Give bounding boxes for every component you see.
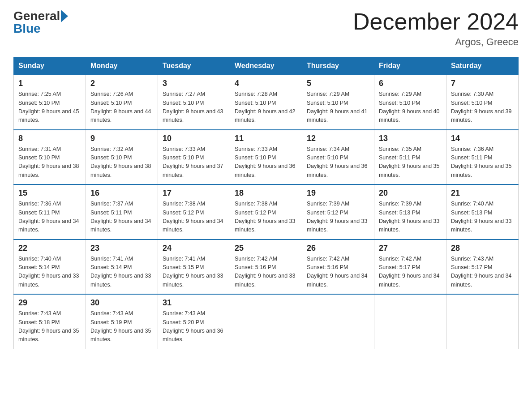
day-number: 5 [307,79,369,88]
day-info: Sunrise: 7:41 AMSunset: 5:15 PMDaylight:… [163,255,225,290]
day-number: 15 [18,188,81,198]
calendar-week-row: 15 Sunrise: 7:36 AMSunset: 5:11 PMDaylig… [14,184,519,240]
calendar-cell: 18 Sunrise: 7:38 AMSunset: 5:12 PMDaylig… [230,184,302,240]
day-number: 18 [235,188,297,198]
calendar-week-row: 8 Sunrise: 7:31 AMSunset: 5:10 PMDayligh… [14,130,519,185]
day-info: Sunrise: 7:43 AMSunset: 5:18 PMDaylight:… [18,309,81,344]
day-number: 19 [307,188,369,198]
day-info: Sunrise: 7:37 AMSunset: 5:11 PMDaylight:… [90,200,153,235]
calendar-cell: 1 Sunrise: 7:25 AMSunset: 5:10 PMDayligh… [14,75,86,130]
calendar-cell: 16 Sunrise: 7:37 AMSunset: 5:11 PMDaylig… [86,184,158,240]
day-number: 17 [163,188,225,198]
calendar-cell: 27 Sunrise: 7:42 AMSunset: 5:17 PMDaylig… [374,240,446,295]
day-number: 11 [235,134,297,143]
day-info: Sunrise: 7:43 AMSunset: 5:20 PMDaylight:… [163,309,225,344]
calendar-cell: 26 Sunrise: 7:42 AMSunset: 5:16 PMDaylig… [302,240,374,295]
calendar-week-row: 1 Sunrise: 7:25 AMSunset: 5:10 PMDayligh… [14,75,519,130]
logo: General Blue [13,9,68,36]
calendar-cell: 28 Sunrise: 7:43 AMSunset: 5:17 PMDaylig… [446,240,519,295]
day-info: Sunrise: 7:33 AMSunset: 5:10 PMDaylight:… [235,145,297,180]
day-number: 1 [18,79,81,88]
day-number: 4 [235,79,297,88]
calendar-cell [302,294,374,349]
day-info: Sunrise: 7:39 AMSunset: 5:13 PMDaylight:… [379,200,442,235]
day-number: 16 [90,188,153,198]
day-info: Sunrise: 7:36 AMSunset: 5:11 PMDaylight:… [451,145,514,180]
day-number: 28 [451,244,514,253]
calendar-cell: 25 Sunrise: 7:42 AMSunset: 5:16 PMDaylig… [230,240,302,295]
day-info: Sunrise: 7:40 AMSunset: 5:14 PMDaylight:… [18,255,81,290]
day-number: 22 [18,244,81,253]
day-info: Sunrise: 7:28 AMSunset: 5:10 PMDaylight:… [235,90,297,125]
day-number: 6 [379,79,442,88]
day-number: 23 [90,244,153,253]
weekday-header-wednesday: Wednesday [230,57,302,75]
calendar-cell: 14 Sunrise: 7:36 AMSunset: 5:11 PMDaylig… [446,130,519,185]
day-info: Sunrise: 7:27 AMSunset: 5:10 PMDaylight:… [163,90,225,125]
calendar-cell: 3 Sunrise: 7:27 AMSunset: 5:10 PMDayligh… [158,75,230,130]
title-area: December 2024 Argos, Greece [353,9,519,48]
calendar-cell: 2 Sunrise: 7:26 AMSunset: 5:10 PMDayligh… [86,75,158,130]
day-number: 7 [451,79,514,88]
weekday-header-tuesday: Tuesday [158,57,230,75]
location-title: Argos, Greece [353,36,519,48]
day-number: 31 [163,298,225,308]
calendar-cell: 20 Sunrise: 7:39 AMSunset: 5:13 PMDaylig… [374,184,446,240]
calendar-cell: 24 Sunrise: 7:41 AMSunset: 5:15 PMDaylig… [158,240,230,295]
calendar-cell: 8 Sunrise: 7:31 AMSunset: 5:10 PMDayligh… [14,130,86,185]
day-number: 27 [379,244,442,253]
calendar-cell [230,294,302,349]
day-info: Sunrise: 7:25 AMSunset: 5:10 PMDaylight:… [18,90,81,125]
day-number: 10 [163,134,225,143]
calendar-cell: 31 Sunrise: 7:43 AMSunset: 5:20 PMDaylig… [158,294,230,349]
calendar-cell: 4 Sunrise: 7:28 AMSunset: 5:10 PMDayligh… [230,75,302,130]
calendar-week-row: 22 Sunrise: 7:40 AMSunset: 5:14 PMDaylig… [14,240,519,295]
day-number: 3 [163,79,225,88]
calendar-cell: 5 Sunrise: 7:29 AMSunset: 5:10 PMDayligh… [302,75,374,130]
calendar-cell: 12 Sunrise: 7:34 AMSunset: 5:10 PMDaylig… [302,130,374,185]
day-info: Sunrise: 7:41 AMSunset: 5:14 PMDaylight:… [90,255,153,290]
day-info: Sunrise: 7:35 AMSunset: 5:11 PMDaylight:… [379,145,442,180]
header: General Blue December 2024 Argos, Greece [13,9,519,48]
calendar-cell: 19 Sunrise: 7:39 AMSunset: 5:12 PMDaylig… [302,184,374,240]
day-number: 26 [307,244,369,253]
day-info: Sunrise: 7:43 AMSunset: 5:17 PMDaylight:… [451,255,514,290]
calendar-cell: 6 Sunrise: 7:29 AMSunset: 5:10 PMDayligh… [374,75,446,130]
day-info: Sunrise: 7:31 AMSunset: 5:10 PMDaylight:… [18,145,81,180]
calendar-table: SundayMondayTuesdayWednesdayThursdayFrid… [13,57,519,349]
calendar-cell: 15 Sunrise: 7:36 AMSunset: 5:11 PMDaylig… [14,184,86,240]
day-number: 24 [163,244,225,253]
weekday-header-saturday: Saturday [446,57,519,75]
weekday-header-sunday: Sunday [14,57,86,75]
calendar-cell: 21 Sunrise: 7:40 AMSunset: 5:13 PMDaylig… [446,184,519,240]
day-info: Sunrise: 7:30 AMSunset: 5:10 PMDaylight:… [451,90,514,125]
calendar-cell: 22 Sunrise: 7:40 AMSunset: 5:14 PMDaylig… [14,240,86,295]
day-number: 9 [90,134,153,143]
day-number: 20 [379,188,442,198]
calendar-week-row: 29 Sunrise: 7:43 AMSunset: 5:18 PMDaylig… [14,294,519,349]
weekday-header-monday: Monday [86,57,158,75]
calendar-cell [446,294,519,349]
day-number: 25 [235,244,297,253]
logo-text-blue: Blue [13,21,68,36]
weekday-header-friday: Friday [374,57,446,75]
day-number: 21 [451,188,514,198]
day-info: Sunrise: 7:38 AMSunset: 5:12 PMDaylight:… [163,200,225,235]
day-info: Sunrise: 7:36 AMSunset: 5:11 PMDaylight:… [18,200,81,235]
month-title: December 2024 [353,9,519,34]
calendar-cell: 11 Sunrise: 7:33 AMSunset: 5:10 PMDaylig… [230,130,302,185]
weekday-header-thursday: Thursday [302,57,374,75]
day-number: 13 [379,134,442,143]
day-info: Sunrise: 7:39 AMSunset: 5:12 PMDaylight:… [307,200,369,235]
calendar-cell [374,294,446,349]
day-info: Sunrise: 7:43 AMSunset: 5:19 PMDaylight:… [90,309,153,344]
day-info: Sunrise: 7:32 AMSunset: 5:10 PMDaylight:… [90,145,153,180]
day-info: Sunrise: 7:40 AMSunset: 5:13 PMDaylight:… [451,200,514,235]
day-info: Sunrise: 7:42 AMSunset: 5:16 PMDaylight:… [307,255,369,290]
calendar-cell: 13 Sunrise: 7:35 AMSunset: 5:11 PMDaylig… [374,130,446,185]
day-info: Sunrise: 7:38 AMSunset: 5:12 PMDaylight:… [235,200,297,235]
calendar-cell: 30 Sunrise: 7:43 AMSunset: 5:19 PMDaylig… [86,294,158,349]
calendar-cell: 23 Sunrise: 7:41 AMSunset: 5:14 PMDaylig… [86,240,158,295]
day-info: Sunrise: 7:26 AMSunset: 5:10 PMDaylight:… [90,90,153,125]
calendar-cell: 29 Sunrise: 7:43 AMSunset: 5:18 PMDaylig… [14,294,86,349]
